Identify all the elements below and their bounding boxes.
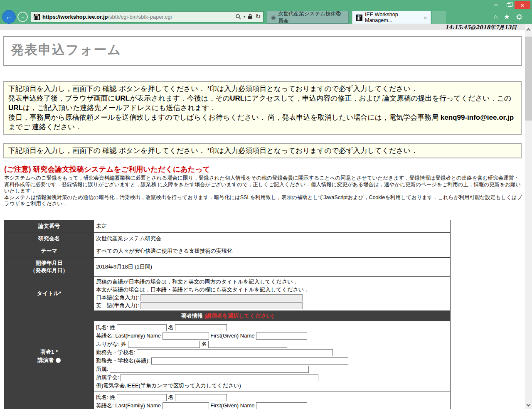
row-header-author-1: 著者1 * 講演者 xyxy=(5,321,94,392)
name-family-label: 氏名: 姓 xyxy=(96,324,115,330)
author1-kana-family-input[interactable] xyxy=(128,341,200,348)
title-english-input[interactable] xyxy=(140,302,303,309)
tab-workshop-management[interactable]: IEE IEE Workshop Managem... × xyxy=(352,11,431,24)
favorites-star-icon[interactable]: ★ xyxy=(504,13,510,20)
author1-organization-english-input[interactable] xyxy=(151,357,348,365)
speaker-radio-button[interactable] xyxy=(56,358,61,363)
home-icon[interactable]: ⌂ xyxy=(493,13,498,20)
tab-committee[interactable]: ◉ 次世代産業システム技術委員会 xyxy=(267,11,349,24)
scroll-up-icon[interactable] xyxy=(525,26,532,33)
settings-gear-icon[interactable] xyxy=(516,13,523,20)
scroll-down-icon[interactable] xyxy=(525,402,532,409)
table-row: テーマ すべての人々が安心快適に使用できる支援技術の実現化 xyxy=(5,245,451,257)
author2-english-family-input[interactable] xyxy=(163,402,209,409)
author-1-label: 著者1 * xyxy=(5,348,94,356)
author2-family-name-input[interactable] xyxy=(117,394,167,401)
row-header-theme: テーマ xyxy=(5,245,94,257)
timestamp: 14:15:45@2018年7月13日 xyxy=(0,24,525,30)
paper-number-value: 未定 xyxy=(94,220,451,232)
title-japanese-label: 日本語(全角入力): xyxy=(96,294,139,301)
row-header-author-2 xyxy=(5,392,94,409)
author2-given-name-input[interactable] xyxy=(175,394,227,401)
notice-line: 後日，事務局から原稿依頼メールを送信致しますのでしばらくお待ちください． 尚，発… xyxy=(8,113,517,132)
kana-given-label: 名 xyxy=(202,341,207,347)
tab-strip: ◉ 次世代産業システム技術委員会 IEE IEE Workshop Manage… xyxy=(267,11,446,24)
row-header-title: タイトル* xyxy=(5,276,94,310)
minimize-button[interactable] xyxy=(490,1,502,9)
row-header-event-date: 開催年月日 （発表年月日） xyxy=(5,257,94,276)
restore-button[interactable] xyxy=(502,1,515,9)
table-row-authors-header: 著者情報 (講演者を選択してください) xyxy=(5,310,451,321)
tab-close-icon[interactable]: × xyxy=(424,15,427,21)
search-icon[interactable] xyxy=(235,14,241,20)
refresh-icon[interactable]: ↻ xyxy=(255,13,261,20)
search-dropdown-icon[interactable]: ▾ xyxy=(244,15,246,19)
vertical-scrollbar[interactable] xyxy=(525,24,532,409)
site-favicon-icon: IEE xyxy=(34,14,40,20)
notice-line: 発表申込終了後，ブラウザ画面にURLが表示されます．今後は，そのURLにアクセス… xyxy=(8,94,517,113)
organization-label: 勤務先・学校名: xyxy=(96,349,135,355)
author2-english-given-input[interactable] xyxy=(256,402,307,409)
title-japanese-input[interactable] xyxy=(140,294,303,301)
name-family-label: 氏名: 姓 xyxy=(96,394,115,400)
department-label: 所属: xyxy=(96,366,108,372)
tab-label: 次世代産業システム技術委員会 xyxy=(278,10,345,25)
address-bar[interactable]: IEE https://workshop.iee.or.jp/sbtk/cgi-… xyxy=(31,11,264,22)
author1-english-given-input[interactable] xyxy=(256,333,307,340)
event-date-value: 2018年9月18日 (1日間) xyxy=(94,257,451,276)
navigation-bar: ← → IEE https://workshop.iee.or.jp/sbtk/… xyxy=(0,10,532,24)
url-text[interactable]: https://workshop.iee.or.jp/sbtk/cgi-bin/… xyxy=(42,14,235,20)
english-family-label: 英語名: Last(Family) Name xyxy=(96,402,161,409)
caution-heading: (ご注意) 研究会論文投稿システムをご利用いただくにあたって xyxy=(4,164,525,174)
tab-favicon-icon: IEE xyxy=(356,15,362,21)
speaker-label: 講演者 xyxy=(38,357,54,363)
society-hint: 例)電気学会,IEEE(半角カンマで区切って入力してください) xyxy=(96,382,448,389)
forward-button[interactable]: → xyxy=(17,12,28,22)
notice-box-2: 下記項目を入力し，画面下の 確認 ボタンを押してください． *印は入力必須項目と… xyxy=(3,143,522,158)
organization-english-label: 勤務先・学校名(英語): xyxy=(96,357,150,364)
table-row-author-1: 著者1 * 講演者 氏名: 姓 名 英語名: Last(Family) Name… xyxy=(5,321,451,392)
kana-family-label: ふりがな: 姓 xyxy=(96,341,126,347)
author1-given-name-input[interactable] xyxy=(175,324,227,331)
back-icon: ← xyxy=(5,12,13,21)
table-row: 研究会名 次世代産業システム研究会 xyxy=(5,232,451,245)
english-given-label: First(Given) Name xyxy=(210,333,254,339)
author1-society-input[interactable] xyxy=(121,374,318,381)
author1-department-input[interactable] xyxy=(110,366,309,373)
minimize-icon xyxy=(494,5,498,5)
author1-family-name-input[interactable] xyxy=(117,324,167,331)
name-given-label: 名 xyxy=(168,324,173,330)
table-row: 論文番号 未定 xyxy=(5,220,451,232)
page-title: 発表申込フォーム xyxy=(11,41,514,59)
lock-icon xyxy=(248,14,253,20)
tab-favicon-icon: ◉ xyxy=(271,14,276,20)
notice-box-1: 下記項目を入力し，画面下の 確認 ボタンを押してください． *印は入力必須項目と… xyxy=(3,81,522,135)
theme-value: すべての人々が安心快適に使用できる支援技術の実現化 xyxy=(94,245,451,257)
notice-line: 下記項目を入力し，画面下の 確認 ボタンを押してください． *印は入力必須項目と… xyxy=(8,146,517,155)
title-note-1: 原稿の言語が日本語の場合は，和文と英文の両方のタイトルを記入してください． xyxy=(96,278,448,286)
english-family-label: 英語名: Last(Family) Name xyxy=(96,333,161,339)
close-button[interactable]: × xyxy=(515,1,530,9)
browser-chrome: × ← → IEE https://workshop.iee.or.jp/sbt… xyxy=(0,0,532,24)
author1-organization-input[interactable] xyxy=(137,349,333,356)
close-icon: × xyxy=(521,2,525,9)
new-tab-button[interactable] xyxy=(432,11,446,24)
table-row: 開催年月日 （発表年月日） 2018年9月18日 (1日間) xyxy=(5,257,451,276)
society-membership-label: 所属学会: xyxy=(96,374,119,380)
table-row-title: タイトル* 原稿の言語が日本語の場合は，和文と英文の両方のタイトルを記入してくだ… xyxy=(5,276,451,310)
select-speaker-note: (講演者を選択してください) xyxy=(204,313,273,319)
back-button[interactable]: ← xyxy=(2,10,16,24)
author1-english-family-input[interactable] xyxy=(163,333,209,340)
title-note-2: 本文が英語の場合は，日本語・英語どちらの欄にも英文タイトルを記入してください． xyxy=(96,286,448,293)
author1-kana-given-input[interactable] xyxy=(208,341,287,348)
name-given-label: 名 xyxy=(168,394,173,400)
tab-label: IEE Workshop Managem... xyxy=(365,12,421,23)
english-given-label: First(Given) Name xyxy=(210,402,254,409)
society-name-value: 次世代産業システム研究会 xyxy=(94,232,451,245)
scrollbar-thumb[interactable] xyxy=(525,37,532,121)
restore-icon xyxy=(507,3,510,7)
window-controls: × xyxy=(490,1,530,9)
notice-line: 下記項目を入力し，画面下の 確認 ボタンを押してください． *印は入力必須項目と… xyxy=(8,84,517,94)
caution-paragraph-2: 本システムは情報漏洩対策のため通信の暗号化，汚染検出，改竄検出を行っております．… xyxy=(4,195,522,207)
url-domain: https://workshop.iee.or.jp xyxy=(42,14,108,20)
